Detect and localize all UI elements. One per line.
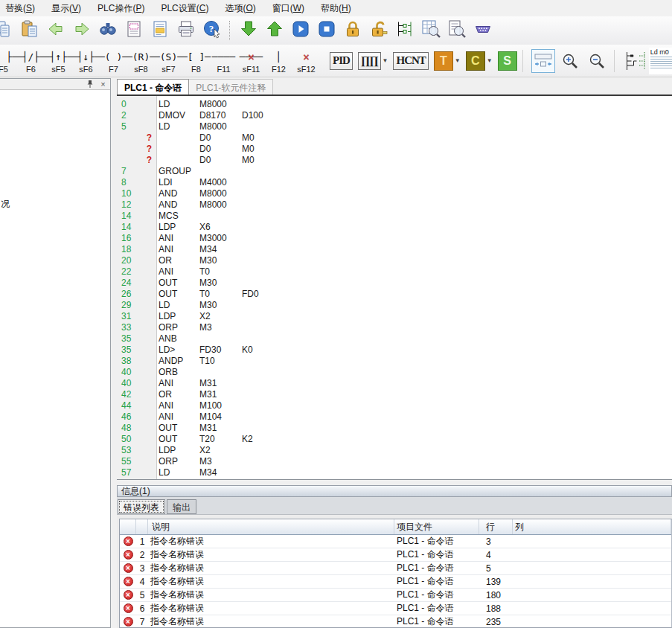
code-line[interactable]: 46ANIM104 <box>117 411 672 423</box>
vline-delete-button[interactable]: ×sF12 <box>292 50 320 74</box>
download-button[interactable] <box>235 19 261 42</box>
header-column[interactable]: 列 <box>513 519 671 534</box>
closed-contact-button[interactable]: ─┤/├─F6 <box>17 50 45 74</box>
find-button[interactable] <box>95 19 121 42</box>
counter-dropdown-icon[interactable]: ▼ <box>487 57 493 64</box>
error-row[interactable]: ×4指令名称错误PLC1 - 命令语139 <box>120 575 671 589</box>
error-row[interactable]: ×3指令名称错误PLC1 - 命令语5 <box>120 562 671 575</box>
code-line[interactable]: 48OUTM31 <box>117 423 672 434</box>
code-line[interactable]: 24OUTM30 <box>117 278 672 289</box>
code-line[interactable]: 33ORPM3 <box>117 322 672 333</box>
document-button[interactable] <box>147 19 173 42</box>
function-block-button[interactable]: ─[ ]─F8 <box>182 50 210 74</box>
code-line[interactable]: ?D0M0 <box>117 155 672 166</box>
code-line[interactable]: 44ANIM100 <box>117 400 672 411</box>
header-row[interactable]: 行 <box>479 519 513 534</box>
reset-coil-button[interactable]: ─(R)─sF8 <box>127 50 155 74</box>
print-preview-button[interactable] <box>121 19 147 42</box>
nav-back-button[interactable] <box>42 19 68 42</box>
code-line[interactable]: 12ANDM8000 <box>117 199 672 211</box>
counter-button[interactable]: C <box>466 51 485 71</box>
open-contact-button[interactable]: ─┤ ├─F5 <box>0 50 17 74</box>
state-button[interactable]: S <box>498 51 517 71</box>
screen-fit-button[interactable] <box>531 49 555 73</box>
code-line[interactable]: 10ANDM8000 <box>117 188 672 199</box>
pid-button[interactable]: PID <box>330 52 353 70</box>
close-icon[interactable]: × <box>99 80 107 89</box>
print-button[interactable] <box>173 19 199 42</box>
code-area[interactable]: 0LDM80002DMOVD8170D1005LDM8000?D0M0?D0M0… <box>117 96 672 480</box>
header-project-file[interactable]: 项目文件 <box>394 519 479 534</box>
run-button[interactable] <box>287 19 313 42</box>
code-line[interactable]: 20ORM30 <box>117 255 672 266</box>
table-find-button[interactable] <box>417 19 444 42</box>
menu-item-replace[interactable]: 替换(S) <box>0 0 43 17</box>
paste-button[interactable] <box>16 19 42 42</box>
error-row[interactable]: ×5指令名称错误PLC1 - 命令语180 <box>120 589 671 602</box>
header-description[interactable]: 说明 <box>148 519 394 534</box>
tab-error-list[interactable]: 错误列表 <box>118 499 165 514</box>
menu-item-view[interactable]: 显示(V) <box>43 0 89 17</box>
code-line[interactable]: 18ANIM34 <box>117 244 672 255</box>
code-line[interactable]: 31LDPX2 <box>117 311 672 322</box>
code-line[interactable]: 38ANDPT10 <box>117 356 672 367</box>
code-line[interactable]: 2DMOVD8170D100 <box>117 110 672 121</box>
code-line[interactable]: 0LDM8000 <box>117 99 672 110</box>
code-line[interactable]: 50OUTT20K2 <box>117 434 672 445</box>
hcnt-button[interactable]: HCNT <box>393 52 428 70</box>
code-line[interactable]: 57LDM34 <box>117 467 672 478</box>
com-port-button[interactable] <box>470 19 496 42</box>
timer-button[interactable]: T <box>434 51 453 71</box>
tab-plc1-instruction-list[interactable]: PLC1 - 命令语 <box>117 79 189 94</box>
error-row[interactable]: ×1指令名称错误PLC1 - 命令语3 <box>120 535 671 548</box>
menu-item-window[interactable]: 窗口(W) <box>264 0 313 17</box>
coil-button[interactable]: ─( )─F7 <box>100 50 127 74</box>
code-line[interactable]: 26OUTT0FD0 <box>117 289 672 300</box>
code-line[interactable]: 40ANIM31 <box>117 378 672 389</box>
pulse-dropdown-icon[interactable]: ▼ <box>383 57 388 64</box>
error-row[interactable]: ×7指令名称错误PLC1 - 命令语235 <box>120 615 671 628</box>
rising-contact-button[interactable]: ─┤↑├─sF5 <box>45 50 72 74</box>
error-row[interactable]: ×6指令名称错误PLC1 - 命令语188 <box>120 602 671 615</box>
falling-contact-button[interactable]: ─┤↓├─sF6 <box>72 50 100 74</box>
code-line[interactable]: 35LD>FD30K0 <box>117 345 672 356</box>
ladder-config-button[interactable] <box>391 19 417 42</box>
instruction-list-view-button[interactable]: Ld m0 <box>650 49 672 73</box>
doc-find-button[interactable] <box>444 19 470 42</box>
tab-plc1-device-comment[interactable]: PLC1-软元件注释 <box>189 79 273 94</box>
code-line[interactable]: 22ANIT0 <box>117 266 672 278</box>
code-line[interactable]: 5LDM8000 <box>117 121 672 132</box>
code-line[interactable]: 29LDM30 <box>117 300 672 311</box>
hline-button[interactable]: ────F11 <box>210 50 237 74</box>
stop-button[interactable] <box>313 19 339 42</box>
menu-item-options[interactable]: 选项(O) <box>217 0 263 17</box>
ladder-view-button[interactable] <box>624 49 647 73</box>
hline-delete-button[interactable]: ────×sF11 <box>237 50 265 74</box>
menu-item-plc-operate[interactable]: PLC操作(P) <box>89 0 153 17</box>
zoom-in-button[interactable] <box>558 49 582 73</box>
upload-button[interactable] <box>261 19 287 42</box>
error-row[interactable]: ×2指令名称错误PLC1 - 命令语4 <box>120 548 671 562</box>
copy-button[interactable] <box>0 19 16 42</box>
code-line[interactable]: 42ORM31 <box>117 389 672 400</box>
zoom-out-button[interactable] <box>585 49 609 73</box>
pulse-button[interactable]: ∏∏ <box>358 52 381 70</box>
menu-item-help[interactable]: 帮助(H) <box>313 0 359 17</box>
code-line[interactable]: ?D0M0 <box>117 132 672 144</box>
set-coil-button[interactable]: ─(S)─sF7 <box>155 50 182 74</box>
timer-dropdown-icon[interactable]: ▼ <box>455 57 461 64</box>
nav-forward-button[interactable] <box>68 19 95 42</box>
code-line[interactable]: 53LDPX2 <box>117 445 672 456</box>
code-line[interactable]: 40ORB <box>117 367 672 378</box>
code-line[interactable]: 55ORPM3 <box>117 456 672 467</box>
code-line[interactable]: 16ANIM3000 <box>117 233 672 244</box>
pin-icon[interactable] <box>86 80 94 89</box>
code-line[interactable]: 8LDIM4000 <box>117 177 672 188</box>
code-line[interactable]: ?D0M0 <box>117 144 672 155</box>
code-line[interactable]: 14LDPX6 <box>117 222 672 233</box>
lock-button[interactable] <box>339 19 365 42</box>
code-line[interactable]: 35ANB <box>117 333 672 345</box>
code-line[interactable]: 14MCS <box>117 211 672 222</box>
help-button[interactable]: ? <box>199 19 225 42</box>
unlock-button[interactable] <box>365 19 391 42</box>
